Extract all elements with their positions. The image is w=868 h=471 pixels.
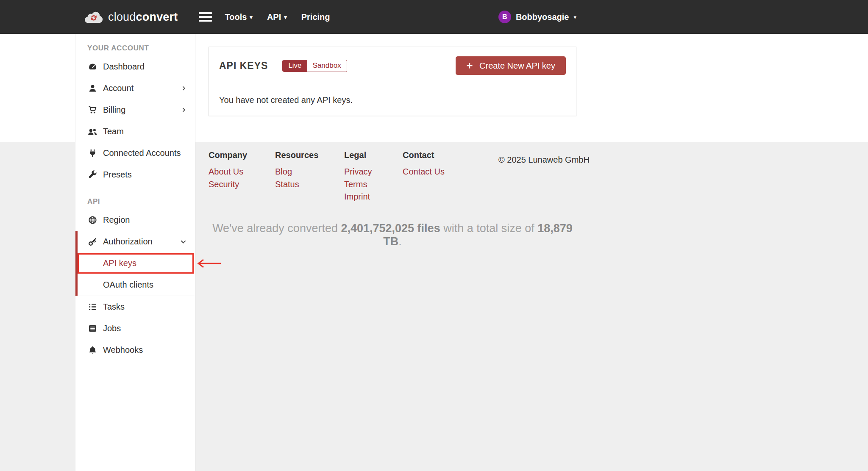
nav-item-pricing-label: Pricing	[301, 12, 330, 22]
user-name: Bobbyosagie	[516, 12, 569, 22]
sidebar-section-api: API	[75, 186, 195, 209]
sidebar-item-oauth-clients[interactable]: OAuth clients	[78, 274, 195, 296]
user-icon	[87, 83, 97, 94]
create-button-label: Create New API key	[479, 61, 555, 71]
chevron-right-icon	[181, 86, 186, 91]
cloudconvert-logo-icon	[84, 10, 103, 24]
sidebar-item-api-keys[interactable]: API keys	[78, 252, 195, 274]
navbar-inner: cloudconvert Tools ▾ API ▾ Pricing	[75, 0, 576, 34]
chevron-down-icon	[180, 238, 186, 245]
sidebar-item-billing[interactable]: Billing	[75, 99, 195, 121]
footer-heading: Legal	[344, 150, 366, 160]
footer-column-contact: Contact Contact Us	[403, 150, 479, 203]
api-keys-card: API KEYS Live Sandbox Create New API key…	[209, 47, 576, 116]
globe-icon	[87, 215, 97, 225]
user-menu[interactable]: B Bobbyosagie ▾	[498, 11, 576, 23]
users-icon	[87, 127, 97, 137]
sidebar-item-tasks[interactable]: Tasks	[75, 296, 195, 318]
sidebar-item-label: Billing	[103, 105, 125, 115]
chevron-right-icon	[181, 107, 186, 113]
sidebar-item-connected-accounts[interactable]: Connected Accounts	[75, 142, 195, 164]
brand-wordmark: cloudconvert	[108, 11, 178, 24]
chevron-down-icon: ▾	[250, 14, 253, 20]
footer-link-imprint[interactable]: Imprint	[344, 191, 370, 203]
sidebar-item-webhooks[interactable]: Webhooks	[75, 339, 195, 361]
nav-item-tools-label: Tools	[225, 12, 247, 22]
nav-item-api[interactable]: API ▾	[267, 12, 287, 22]
sidebar-item-jobs[interactable]: Jobs	[75, 318, 195, 339]
key-icon	[87, 237, 97, 247]
wrench-icon	[87, 170, 97, 180]
chevron-down-icon: ▾	[573, 14, 576, 20]
sidebar-item-label: Tasks	[103, 302, 125, 312]
stats-middle: with a total size of	[440, 222, 538, 235]
table-icon	[87, 324, 97, 334]
toggle-live[interactable]: Live	[283, 60, 307, 72]
stats-prefix: We've already converted	[212, 222, 341, 235]
cart-icon	[87, 105, 97, 115]
sidebar-item-dashboard[interactable]: Dashboard	[75, 56, 195, 78]
create-new-api-key-button[interactable]: Create New API key	[456, 56, 566, 75]
sidebar-item-label: Team	[103, 127, 124, 136]
speedometer-icon	[87, 62, 97, 72]
footer-column-legal: Legal Privacy Terms Imprint	[344, 150, 403, 203]
cloudconvert-app: cloudconvert Tools ▾ API ▾ Pricing	[0, 0, 868, 471]
footer-heading: Resources	[275, 150, 318, 160]
sidebar-item-presets[interactable]: Presets	[75, 164, 195, 186]
top-navbar: cloudconvert Tools ▾ API ▾ Pricing	[0, 0, 868, 34]
chevron-down-icon: ▾	[284, 14, 287, 20]
toggle-sandbox[interactable]: Sandbox	[307, 60, 347, 72]
footer-link-columns: Company About Us Security Resources Blog…	[209, 150, 479, 203]
brand-logo-link[interactable]: cloudconvert	[84, 10, 178, 24]
footer-link-blog[interactable]: Blog	[275, 166, 292, 178]
footer-link-about-us[interactable]: About Us	[209, 166, 243, 178]
annotation-arrow-icon	[195, 258, 222, 269]
empty-state-message: You have not created any API keys.	[219, 95, 566, 105]
footer-heading: Contact	[403, 150, 434, 160]
hamburger-menu-button[interactable]	[199, 12, 212, 22]
sidebar-item-label: Connected Accounts	[103, 148, 181, 158]
sidebar-item-label: Presets	[103, 170, 132, 180]
sidebar-item-authorization[interactable]: Authorization	[78, 231, 195, 252]
main-nav: Tools ▾ API ▾ Pricing	[225, 12, 330, 22]
sidebar-item-label: Dashboard	[103, 62, 145, 72]
stats-files-count: 2,401,752,025 files	[341, 222, 440, 235]
avatar: B	[498, 11, 511, 23]
sidebar-item-label: Region	[103, 215, 130, 225]
task-list-icon	[87, 302, 97, 312]
sidebar-item-label: API keys	[103, 258, 136, 268]
copyright-notice: © 2025 Lunaweb GmbH	[498, 155, 590, 165]
bell-icon	[87, 345, 97, 355]
nav-item-api-label: API	[267, 12, 281, 22]
footer-heading: Company	[209, 150, 247, 160]
sidebar-item-region[interactable]: Region	[75, 209, 195, 231]
nav-item-pricing[interactable]: Pricing	[301, 12, 330, 22]
sidebar-item-label: Webhooks	[103, 345, 143, 355]
sidebar-item-label: OAuth clients	[103, 280, 153, 290]
page-title: API KEYS	[219, 60, 268, 72]
api-keys-card-header: API KEYS Live Sandbox Create New API key	[219, 56, 566, 75]
nav-item-tools[interactable]: Tools ▾	[225, 12, 252, 22]
footer-link-contact-us[interactable]: Contact Us	[403, 166, 445, 178]
sidebar: YOUR ACCOUNT Dashboard Account Billing T…	[75, 34, 195, 471]
sidebar-authorization-group: Authorization API keys OAuth clients	[75, 231, 195, 296]
conversion-stats-line: We've already converted 2,401,752,025 fi…	[209, 222, 576, 248]
footer-link-terms[interactable]: Terms	[344, 178, 367, 191]
stats-suffix: .	[398, 235, 402, 248]
environment-toggle: Live Sandbox	[282, 60, 347, 72]
footer-link-security[interactable]: Security	[209, 178, 239, 191]
sidebar-item-team[interactable]: Team	[75, 121, 195, 142]
footer-column-company: Company About Us Security	[209, 150, 275, 203]
footer-column-resources: Resources Blog Status	[275, 150, 344, 203]
sidebar-section-your-account: YOUR ACCOUNT	[75, 34, 195, 56]
plus-icon	[466, 62, 473, 69]
footer-link-status[interactable]: Status	[275, 178, 299, 191]
plug-icon	[87, 148, 97, 158]
sidebar-item-label: Authorization	[103, 237, 153, 247]
footer-link-privacy[interactable]: Privacy	[344, 166, 372, 178]
sidebar-item-label: Account	[103, 83, 134, 93]
sidebar-item-account[interactable]: Account	[75, 78, 195, 99]
sidebar-item-label: Jobs	[103, 324, 121, 333]
